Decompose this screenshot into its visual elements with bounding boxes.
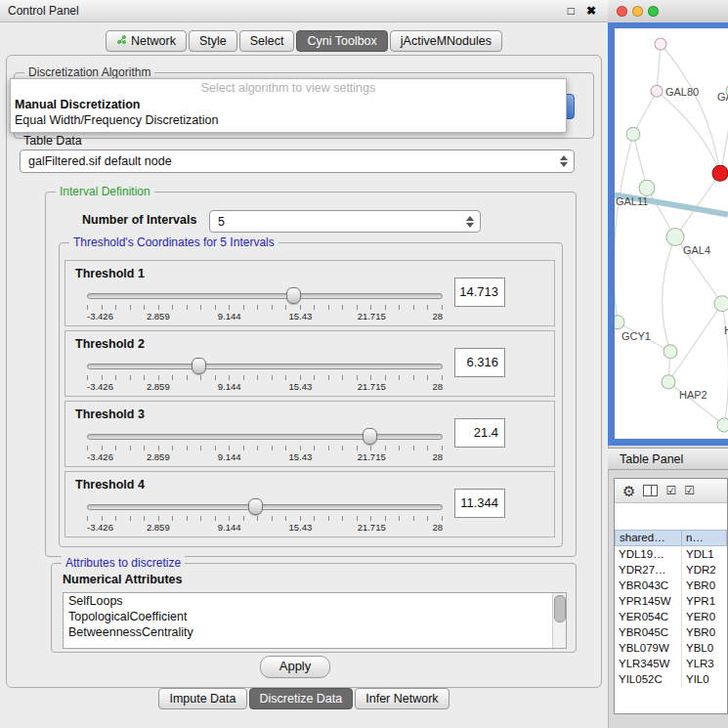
network-edge[interactable] [668,304,722,382]
network-edge[interactable] [657,44,661,91]
zoom-traffic-light-icon[interactable] [648,6,659,17]
network-canvas[interactable]: GAL80GAGAL11GAL4HGCY1HAP2 [615,28,728,439]
network-graph[interactable]: GAL80GAGAL11GAL4HGCY1HAP2 [615,28,728,439]
network-edge[interactable] [720,91,728,173]
table-row[interactable]: YBL079WYBL0 [615,640,727,656]
threshold-value-field[interactable]: 21.4 [454,418,505,448]
number-of-intervals-value: 5 [218,211,225,232]
slider-scale-label: -3.426 [87,311,113,321]
algorithm-dropdown-popup: Select algorithm to view settings Manual… [10,78,567,133]
table-rows: YDL19…YDL1YDR27…YDR2YBR043CYBR0YPR145WYP… [615,546,727,713]
algorithm-placeholder-option[interactable]: Select algorithm to view settings [11,79,566,97]
tab-cyni-toolbox[interactable]: Cyni Toolbox [296,30,387,52]
tab-jactivemnodules[interactable]: jActiveMNodules [390,30,502,52]
table-row[interactable]: YPR145WYPR1 [615,593,727,609]
numerical-attributes-list[interactable]: SelfLoopsTopologicalCoefficientBetweenne… [63,592,567,649]
minimize-traffic-light-icon[interactable] [632,6,643,17]
columns-icon[interactable] [643,485,658,496]
network-node[interactable] [626,127,640,141]
network-node[interactable] [664,345,677,359]
slider-thumb[interactable] [248,498,263,515]
network-node[interactable] [712,165,728,181]
checkbox-icon[interactable]: ☑ [684,485,695,496]
slider-thumb[interactable] [286,287,301,304]
tab-infer-network[interactable]: Infer Network [355,688,449,709]
network-edge[interactable] [633,134,647,188]
network-edge[interactable] [663,237,675,352]
table-data-select[interactable]: galFiltered.sif default node [20,150,575,173]
dropdown-arrows-icon [466,216,474,228]
slider-thumb[interactable] [192,358,206,374]
table-cell: YBR045C [615,624,682,640]
slider-thumb[interactable] [363,428,377,445]
checkbox-icon[interactable]: ☑ [665,485,676,496]
table-header-row: shared… n… [615,530,727,546]
table-row[interactable]: YBR043CYBR0 [615,578,727,593]
slider-scale-label: 28 [432,311,443,321]
scrollbar-thumb[interactable] [554,595,566,622]
table-panel-header[interactable]: Table Panel [608,448,728,470]
threshold-slider[interactable]: -3.4262.8599.14415.4321.71528 [87,357,443,394]
network-edge[interactable] [615,134,633,321]
network-node[interactable] [666,228,684,245]
table-row[interactable]: YLR345WYLR3 [615,656,727,671]
network-node[interactable] [717,418,728,432]
table-row[interactable]: YDR27…YDR2 [615,562,727,578]
slider-track[interactable] [87,364,443,369]
column-header[interactable]: n… [682,530,727,546]
float-window-icon[interactable]: □ [568,0,575,21]
slider-ticks [87,305,443,310]
gear-icon[interactable]: ⚙ [622,484,635,498]
table-row[interactable]: YER054CYER0 [615,609,727,624]
scrollbar[interactable] [552,593,566,648]
algorithm-option[interactable]: Manual Discretization [11,97,566,112]
slider-track[interactable] [87,504,443,510]
tab-select[interactable]: Select [239,30,295,52]
network-node[interactable] [662,375,675,389]
network-window-titlebar[interactable] [608,0,728,23]
slider-scale-label: 9.144 [218,381,241,392]
slider-track[interactable] [87,434,443,440]
table-toolbar: ⚙ ☑ ☑ [615,479,727,503]
tab-impute-data[interactable]: Impute Data [158,688,246,709]
network-node[interactable] [615,316,624,329]
table-cell: YPR145W [615,593,682,609]
column-header[interactable]: shared… [615,530,682,546]
list-item[interactable]: BetweennessCentrality [64,624,566,640]
threshold-slider[interactable]: -3.4262.8599.14415.4321.71528 [87,497,443,535]
network-node[interactable] [639,180,655,195]
threshold-slider[interactable]: -3.4262.8599.14415.4321.71528 [87,286,443,323]
slider-track[interactable] [87,293,443,299]
network-node[interactable] [651,85,663,97]
table-cell: YBR0 [682,578,727,593]
close-traffic-light-icon[interactable] [617,6,627,17]
close-icon[interactable]: ✖ [586,0,596,21]
slider-scale-label: -3.426 [87,381,113,392]
network-node[interactable] [714,296,728,312]
slider-scale-label: 21.715 [358,381,386,392]
network-node-label: GAL4 [683,244,710,256]
threshold-slider[interactable]: -3.4262.8599.14415.4321.71528 [87,427,443,464]
tab-network[interactable]: Network [106,30,187,52]
tab-style[interactable]: Style [189,30,237,52]
network-edge[interactable] [722,304,728,425]
network-node-label: H [724,324,728,336]
threshold-value-field[interactable]: 14.713 [454,278,505,307]
table-row[interactable]: YBR045CYBR0 [615,624,727,640]
table-row[interactable]: YIL052CYIL0 [615,671,727,687]
threshold-value-field[interactable]: 11.344 [454,489,505,518]
threshold-value-field[interactable]: 6.316 [454,348,505,377]
tab-label: Discretize Data [260,692,343,706]
number-of-intervals-select[interactable]: 5 [209,210,481,233]
network-node-label: GA [717,91,728,103]
list-item[interactable]: TopologicalCoefficient [64,609,566,624]
network-node[interactable] [655,38,666,50]
apply-button[interactable]: Apply [260,656,330,678]
tab-discretize-data[interactable]: Discretize Data [249,688,354,709]
algorithm-option[interactable]: Equal Width/Frequency Discretization [11,112,566,128]
table-cell: YDL1 [682,546,727,562]
list-item[interactable]: SelfLoops [64,593,566,609]
network-edge[interactable] [633,91,657,134]
group-title: Threshold's Coordinates for 5 Intervals [69,236,278,249]
table-row[interactable]: YDL19…YDL1 [615,546,727,562]
